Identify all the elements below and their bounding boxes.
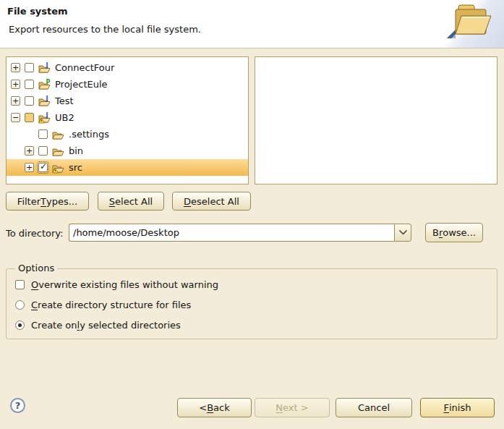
button-label: B (207, 402, 213, 413)
create-structure-radio[interactable] (15, 300, 25, 310)
checkbox-partial[interactable] (25, 113, 34, 122)
resource-tree-panel[interactable]: J ConnectFour P ProjectEule J Test (6, 56, 249, 184)
next-button[interactable]: Next > (255, 398, 330, 417)
option-label-part: verwrite existing files without warning (38, 279, 218, 290)
tree-row-projecteule[interactable]: P ProjectEule (7, 76, 248, 93)
expand-toggle-icon[interactable] (11, 96, 20, 106)
tree-row-settings[interactable]: .settings (7, 126, 248, 143)
tree-item-label: Test (55, 95, 74, 106)
button-label: < (199, 402, 207, 413)
svg-text:J: J (46, 112, 48, 119)
button-label: Filter (17, 196, 40, 207)
java-project-folder-icon: J (38, 62, 51, 74)
option-label[interactable]: Create only selected directories (31, 320, 181, 331)
tree-row-ub2[interactable]: J UB2 (7, 109, 248, 126)
chevron-down-icon (399, 230, 407, 235)
button-label: ypes... (46, 196, 77, 207)
directory-input[interactable] (69, 224, 394, 242)
checkbox[interactable] (38, 129, 48, 139)
expand-toggle-icon[interactable] (25, 163, 34, 172)
tree-item-label: src (69, 162, 82, 173)
folder-icon (52, 145, 64, 157)
options-legend: Options (15, 263, 57, 273)
export-folder-icon (448, 2, 492, 40)
svg-text:J: J (46, 62, 48, 69)
expand-toggle-icon[interactable] (11, 63, 20, 72)
p-project-folder-icon: P (38, 79, 51, 90)
java-warning-folder-icon: J (38, 112, 51, 124)
button-label: eselect All (191, 196, 239, 207)
checkbox[interactable] (25, 96, 34, 106)
option-label[interactable]: Create directory structure for files (31, 300, 191, 310)
checkbox-checked[interactable] (38, 163, 48, 172)
options-group: Options Overwrite existing files without… (6, 268, 497, 339)
button-label: F (444, 402, 449, 413)
tree-row-test[interactable]: J Test (7, 93, 248, 109)
back-button[interactable]: < Back (177, 398, 252, 417)
select-all-button[interactable]: Select All (98, 192, 164, 211)
button-label: S (109, 196, 115, 207)
tree-item-label: .settings (69, 129, 109, 140)
expand-toggle-icon[interactable] (25, 146, 34, 156)
tree-row-connectfour[interactable]: J ConnectFour (7, 59, 248, 76)
option-create-selected[interactable]: Create only selected directories (15, 320, 181, 331)
directory-dropdown-button[interactable] (394, 224, 411, 242)
checkbox[interactable] (38, 146, 48, 156)
page-description: Export resources to the local file syste… (9, 24, 201, 35)
collapse-toggle-icon[interactable] (11, 113, 20, 122)
export-wizard-dialog: File system Export resources to the loca… (0, 0, 504, 429)
button-label: ext > (283, 402, 309, 413)
option-label-part: reate directory structure for files (38, 300, 191, 310)
tree-row-bin[interactable]: bin (7, 143, 248, 159)
finish-button[interactable]: Finish (420, 398, 495, 417)
cancel-button[interactable]: Cancel (336, 398, 412, 417)
option-label-part: y selected directories (80, 320, 181, 331)
button-label: B (432, 227, 439, 238)
svg-text:J: J (46, 95, 48, 102)
file-list-panel[interactable] (255, 56, 497, 184)
option-create-structure[interactable]: Create directory structure for files (15, 300, 191, 310)
checkbox[interactable] (25, 63, 34, 72)
tree-item-label: bin (69, 145, 83, 156)
overwrite-checkbox[interactable] (15, 280, 25, 289)
help-button[interactable]: ? (10, 398, 25, 413)
checkbox[interactable] (25, 80, 34, 89)
tree-item-label: UB2 (55, 112, 74, 123)
tree-row-src-selected[interactable]: src (7, 159, 248, 176)
wizard-banner: File system Export resources to the loca… (0, 0, 504, 48)
button-label: T (40, 196, 46, 207)
option-label-part: C (31, 300, 38, 310)
button-label: inish (449, 402, 471, 413)
button-label: D (184, 196, 191, 207)
svg-text:P: P (46, 79, 51, 85)
tree-item-label: ConnectFour (55, 62, 114, 73)
option-label-part: O (31, 279, 38, 290)
expand-toggle-icon[interactable] (11, 80, 20, 89)
to-directory-label: To directory: (6, 228, 63, 239)
button-label: Cancel (358, 402, 390, 413)
folder-icon (52, 129, 64, 140)
page-title: File system (7, 6, 68, 17)
warning-folder-icon (52, 162, 64, 174)
button-label: N (276, 402, 283, 413)
java-project-folder-icon: J (38, 95, 51, 107)
filter-types-button[interactable]: Filter Types... (6, 192, 89, 211)
button-label: elect All (115, 196, 153, 207)
tree-item-label: ProjectEule (55, 79, 108, 90)
browse-button[interactable]: Browse... (425, 223, 483, 242)
question-mark-icon: ? (15, 400, 21, 411)
option-label[interactable]: Overwrite existing files without warning (31, 279, 218, 290)
deselect-all-button[interactable]: Deselect All (172, 192, 251, 211)
option-overwrite[interactable]: Overwrite existing files without warning (15, 279, 218, 290)
button-label: owse... (443, 227, 476, 238)
option-label-part: Create on (31, 320, 77, 331)
create-selected-radio[interactable] (15, 320, 25, 330)
button-label: ack (213, 402, 230, 413)
